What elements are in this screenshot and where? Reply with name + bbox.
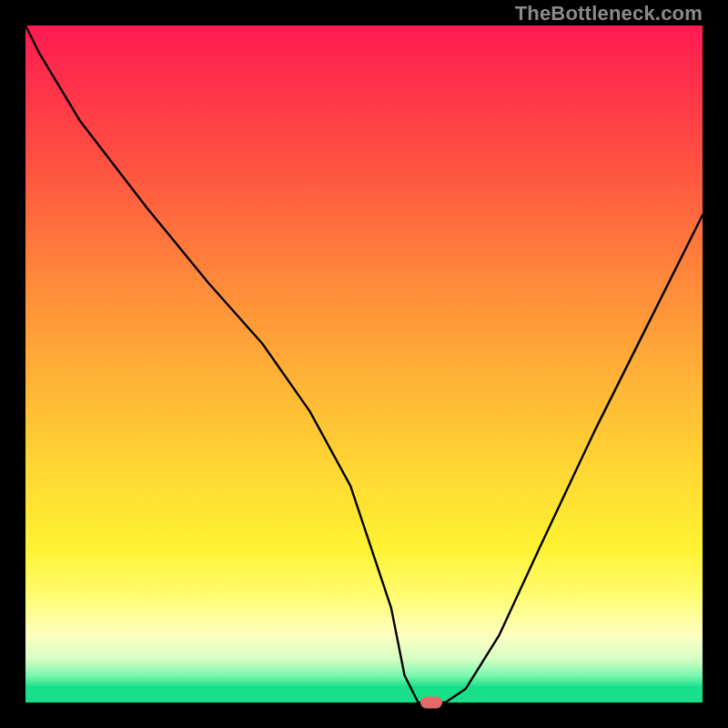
watermark-text: TheBottleneck.com (515, 2, 703, 25)
plot-area (25, 25, 703, 703)
bottleneck-curve (25, 25, 703, 703)
curve-path (25, 25, 703, 703)
bottleneck-marker (420, 697, 442, 709)
outer-frame: TheBottleneck.com (0, 0, 728, 728)
